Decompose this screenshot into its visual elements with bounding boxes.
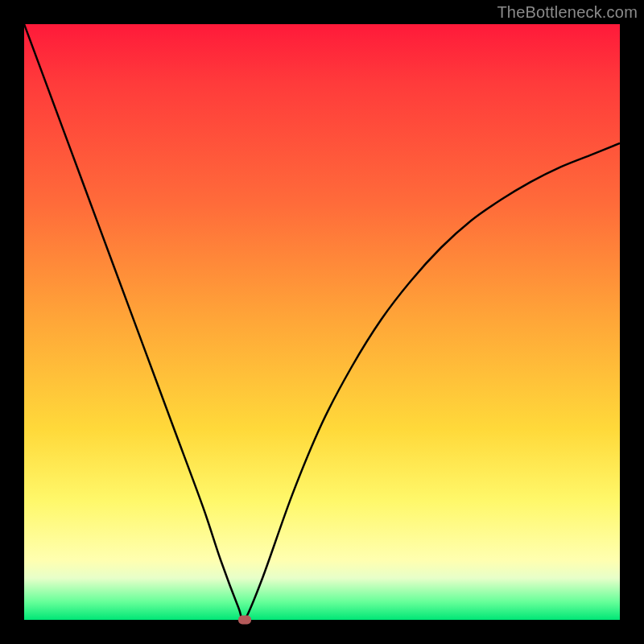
min-marker bbox=[238, 616, 251, 625]
chart-frame: TheBottleneck.com bbox=[0, 0, 644, 644]
curve-path bbox=[24, 24, 620, 620]
watermark-text: TheBottleneck.com bbox=[497, 3, 638, 22]
plot-area bbox=[24, 24, 620, 620]
bottleneck-curve bbox=[24, 24, 620, 620]
